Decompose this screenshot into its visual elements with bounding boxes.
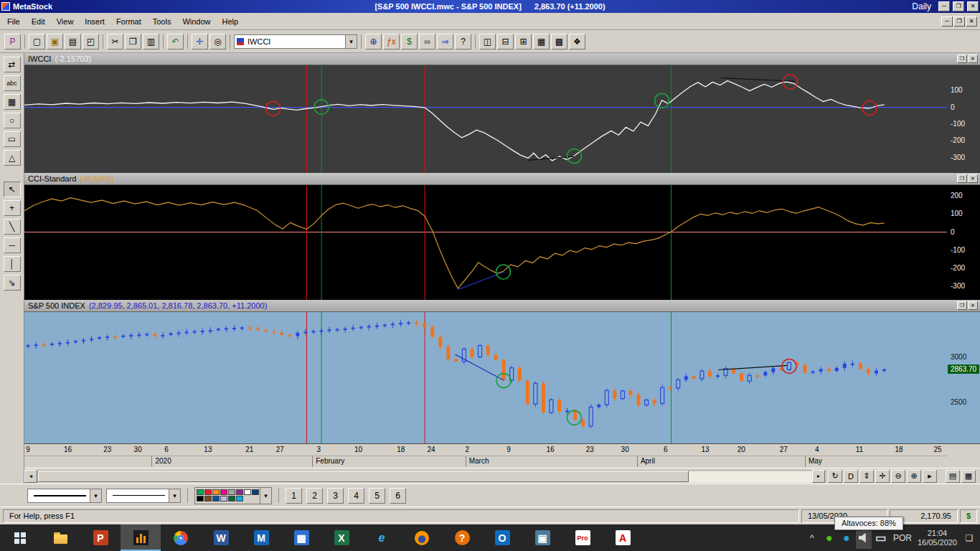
cascade-windows-button[interactable]: ▦ bbox=[533, 34, 550, 50]
sp500-plot[interactable] bbox=[24, 312, 947, 443]
chrome-button[interactable] bbox=[161, 524, 201, 551]
template-button-5[interactable]: 5 bbox=[369, 488, 385, 504]
panel-restore-button[interactable]: ❐ bbox=[957, 174, 967, 183]
antivirus-tray-icon[interactable]: ● bbox=[821, 527, 837, 549]
cloud-tray-icon[interactable]: ● bbox=[839, 527, 854, 549]
remote-app-button[interactable]: ▣ bbox=[522, 524, 562, 551]
periodicity-daily-button[interactable]: D bbox=[844, 470, 858, 483]
template-button-3[interactable]: 3 bbox=[327, 488, 344, 504]
pointer-tool-button[interactable]: ↖ bbox=[4, 182, 21, 197]
scan-button[interactable]: ∞ bbox=[419, 34, 435, 50]
cci-canvas[interactable] bbox=[24, 185, 947, 300]
cci-panel-header[interactable]: CCI-Standard (36.5265) ❐✕ bbox=[24, 173, 980, 185]
color-swatch[interactable] bbox=[236, 489, 243, 495]
copy-button[interactable]: ❐ bbox=[125, 34, 141, 50]
symbol-tool-button[interactable]: ▦ bbox=[4, 94, 21, 110]
menu-window[interactable]: Window bbox=[176, 14, 216, 29]
scroll-left-button[interactable]: ◂ bbox=[24, 470, 37, 483]
refresh-button[interactable]: ↻ bbox=[828, 470, 842, 483]
color-swatch[interactable] bbox=[197, 496, 204, 501]
metastock-button[interactable] bbox=[121, 524, 161, 551]
mdi-restore-button[interactable]: ❐ bbox=[953, 17, 965, 27]
zoom-button[interactable]: ◎ bbox=[209, 34, 226, 50]
triangle-tool-button[interactable]: △ bbox=[4, 150, 21, 166]
color-swatch[interactable] bbox=[220, 496, 227, 501]
acrobat-button[interactable]: A bbox=[603, 524, 643, 551]
excel-button[interactable]: X bbox=[321, 524, 362, 551]
sp500-panel-header[interactable]: S&P 500 INDEX (2,829.95, 2,865.01, 2,816… bbox=[24, 300, 980, 312]
arrow-tool-button[interactable]: ⇘ bbox=[4, 275, 21, 291]
color-swatch[interactable] bbox=[212, 496, 220, 501]
print-preview-button[interactable]: ◰ bbox=[83, 34, 99, 50]
trendline-tool-button[interactable]: ╲ bbox=[4, 219, 21, 235]
color-swatch[interactable] bbox=[228, 496, 235, 501]
cci-plot[interactable] bbox=[24, 185, 947, 300]
data-window-toggle-button[interactable]: ▤ bbox=[946, 470, 960, 483]
pan-chart-button[interactable]: ✛ bbox=[875, 470, 890, 483]
panel-close-button[interactable]: ✕ bbox=[968, 174, 978, 183]
rectangle-tool-button[interactable]: ▭ bbox=[4, 131, 21, 147]
sp500-canvas[interactable] bbox=[24, 312, 947, 443]
m-app-button[interactable]: M bbox=[241, 524, 281, 551]
file-explorer-button[interactable] bbox=[40, 524, 80, 551]
text-tool-button[interactable]: abc bbox=[4, 75, 21, 91]
dropdown-arrow-icon[interactable]: ▾ bbox=[345, 35, 357, 48]
explorer-button[interactable]: ⊕ bbox=[365, 34, 382, 50]
menu-file[interactable]: File bbox=[1, 14, 26, 29]
tile-vertical-button[interactable]: ⊞ bbox=[515, 34, 532, 50]
calculator-button[interactable]: ▦ bbox=[281, 524, 321, 551]
iwcci-panel-header[interactable]: IWCCI (-2.15703) ❐✕ bbox=[24, 53, 980, 65]
color-swatch[interactable] bbox=[228, 489, 235, 495]
menu-insert[interactable]: Insert bbox=[79, 14, 110, 29]
color-swatch[interactable] bbox=[220, 489, 227, 495]
menu-view[interactable]: View bbox=[51, 14, 80, 29]
firefox-button[interactable] bbox=[402, 524, 442, 551]
mdi-close-button[interactable]: ✕ bbox=[966, 17, 977, 27]
crosshair-tool-button[interactable]: + bbox=[4, 200, 21, 216]
sp500-y-axis[interactable]: 300025002863.70 bbox=[947, 312, 980, 443]
line-weight-combo[interactable]: ▾ bbox=[106, 489, 181, 503]
cci-y-axis[interactable]: 2001000-100-200-300 bbox=[947, 185, 980, 300]
forecaster-button[interactable]: ⇒ bbox=[437, 34, 453, 50]
iwcci-plot[interactable] bbox=[24, 65, 947, 173]
zoom-in-button[interactable]: ⊕ bbox=[907, 470, 921, 483]
color-swatch[interactable] bbox=[212, 489, 220, 495]
speaker-tray-icon[interactable] bbox=[856, 527, 872, 549]
panes-scroll-button[interactable]: ⇄ bbox=[4, 57, 21, 72]
y-scale-button[interactable]: ⇕ bbox=[859, 470, 874, 483]
pan-button[interactable]: ✛ bbox=[192, 34, 208, 50]
color-swatch[interactable] bbox=[204, 489, 212, 495]
taskbar-clock[interactable]: 21:04 16/05/2020 bbox=[913, 529, 961, 547]
scrollbar-track[interactable] bbox=[37, 470, 812, 483]
help-button[interactable]: ? bbox=[442, 524, 482, 551]
undo-button[interactable]: ↶ bbox=[167, 34, 184, 50]
tile-horizontal-button[interactable]: ⊟ bbox=[497, 34, 514, 50]
outlook-button[interactable]: O bbox=[482, 524, 522, 551]
internet-explorer-button[interactable]: e bbox=[362, 524, 402, 551]
color-swatch[interactable] bbox=[197, 489, 204, 495]
power-console-button[interactable]: P bbox=[4, 34, 21, 50]
template-button-1[interactable]: 1 bbox=[286, 488, 302, 504]
zoom-out-button[interactable]: ⊖ bbox=[891, 470, 905, 483]
ellipse-tool-button[interactable]: ○ bbox=[4, 113, 21, 128]
word-button[interactable]: W bbox=[201, 524, 241, 551]
scroll-end-button[interactable]: ▸ bbox=[923, 470, 937, 483]
minimize-button[interactable]: ─ bbox=[938, 1, 950, 11]
menu-format[interactable]: Format bbox=[110, 14, 147, 29]
print-button[interactable]: ▤ bbox=[65, 34, 81, 50]
cut-button[interactable]: ✂ bbox=[107, 34, 123, 50]
maximize-button[interactable]: ❐ bbox=[953, 1, 964, 11]
horizontal-line-tool-button[interactable]: ─ bbox=[4, 237, 21, 253]
iwcci-canvas[interactable] bbox=[24, 65, 947, 173]
chart-layout-button[interactable]: ❖ bbox=[569, 34, 585, 50]
panel-restore-button[interactable]: ❐ bbox=[957, 55, 967, 63]
context-help-button[interactable]: ? bbox=[455, 34, 471, 50]
start-button[interactable] bbox=[0, 524, 40, 551]
template-button-4[interactable]: 4 bbox=[348, 488, 364, 504]
new-window-button[interactable]: ◫ bbox=[479, 34, 496, 50]
color-swatch[interactable] bbox=[236, 496, 243, 501]
color-swatch[interactable] bbox=[252, 489, 259, 495]
template-button-6[interactable]: 6 bbox=[390, 488, 406, 504]
iwcci-y-axis[interactable]: 1000-100-200-300 bbox=[947, 65, 980, 173]
vertical-line-tool-button[interactable]: │ bbox=[4, 256, 21, 272]
